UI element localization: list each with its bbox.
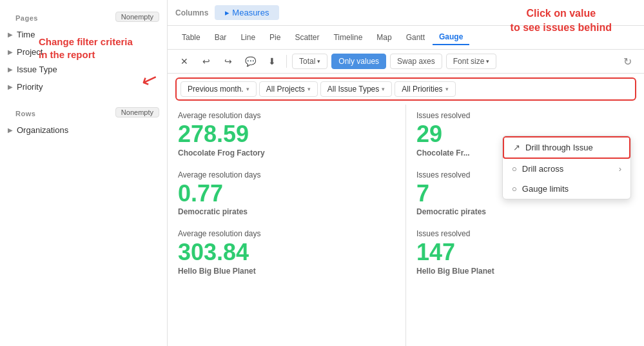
- filter-projects-label: All Projects: [266, 85, 305, 94]
- drill-through-issue-item[interactable]: ↗ Drill through Issue: [503, 136, 630, 159]
- only-values-button[interactable]: Only values: [331, 54, 386, 69]
- swap-axes-button[interactable]: Swap axes: [390, 54, 442, 69]
- filter-issue-types-caret-icon: ▾: [382, 86, 385, 92]
- tab-bar[interactable]: Bar: [208, 30, 233, 45]
- refresh-icon[interactable]: ↻: [618, 52, 636, 70]
- filter-priorities[interactable]: All Priorities ▾: [395, 81, 455, 97]
- drill-across-label: Drill across: [522, 164, 563, 174]
- metric-subtitle-r2: Hello Big Blue Planet: [416, 267, 634, 276]
- sidebar-time-label: Time: [17, 30, 35, 39]
- metric-value-r2[interactable]: 147: [416, 239, 634, 265]
- issue-type-chevron-icon: ▶: [8, 66, 13, 73]
- drill-through-label: Drill through Issue: [525, 143, 593, 152]
- crosshair-icon[interactable]: ✕: [175, 52, 193, 70]
- metric-label-0: Average resolution days: [178, 111, 395, 120]
- sidebar-organizations-label: Organizations: [17, 125, 68, 135]
- metric-value-1[interactable]: 0.77: [178, 181, 395, 207]
- tab-pie[interactable]: Pie: [263, 30, 287, 45]
- filter-bar: Previous month. ▾ All Projects ▾ All Iss…: [177, 79, 635, 99]
- priority-chevron-icon: ▶: [8, 83, 13, 90]
- gauge-limits-item[interactable]: ○ Gauge limits: [503, 179, 630, 199]
- tab-map[interactable]: Map: [370, 30, 398, 45]
- filter-priorities-caret-icon: ▾: [445, 86, 449, 92]
- undo-icon[interactable]: ↩: [197, 52, 215, 70]
- tab-gantt[interactable]: Gantt: [400, 30, 431, 45]
- font-size-button[interactable]: Font size ▾: [446, 54, 497, 69]
- total-button[interactable]: Total ▾: [292, 54, 327, 69]
- time-chevron-icon: ▶: [8, 31, 13, 38]
- sidebar: Pages Nonempty ▶ Time ▶ Project ▶ Issue …: [0, 0, 168, 346]
- filter-issue-types-label: All Issue Types: [327, 85, 379, 94]
- metric-label-1: Average resolution days: [178, 170, 395, 179]
- tab-table[interactable]: Table: [175, 30, 207, 45]
- redo-icon[interactable]: ↪: [219, 52, 237, 70]
- filter-period-label: Previous month.: [188, 85, 244, 94]
- comment-icon[interactable]: 💬: [241, 52, 259, 70]
- measures-label: Measures: [232, 8, 269, 17]
- metric-block-r2: Issues resolved 147 Hello Big Blue Plane…: [416, 229, 634, 276]
- filter-projects-caret-icon: ▾: [307, 86, 311, 92]
- metric-subtitle-2: Hello Big Blue Planet: [178, 267, 395, 276]
- rows-nonempty-badge[interactable]: Nonempty: [115, 107, 159, 117]
- filter-period[interactable]: Previous month. ▾: [181, 81, 257, 97]
- total-caret-icon: ▾: [317, 58, 320, 65]
- annotation-left-text: Change filter criteria in the report: [39, 36, 133, 61]
- measures-arrow-icon: ▸: [225, 8, 229, 17]
- sidebar-rows-section: Rows Nonempty: [0, 102, 167, 121]
- metric-block-1: Average resolution days 0.77 Democratic …: [178, 170, 395, 217]
- sidebar-issue-type-label: Issue Type: [17, 65, 57, 74]
- filter-issue-types[interactable]: All Issue Types ▾: [320, 81, 392, 97]
- organizations-chevron-icon: ▶: [8, 127, 13, 134]
- font-size-caret-icon: ▾: [486, 58, 489, 65]
- metric-label-r2: Issues resolved: [416, 229, 634, 238]
- metric-value-0[interactable]: 278.59: [178, 121, 395, 147]
- measures-pill[interactable]: ▸ Measures: [215, 5, 279, 20]
- annotation-right: Click on value to see issues behind: [511, 6, 612, 36]
- metric-subtitle-1: Democratic pirates: [178, 207, 395, 216]
- tab-line[interactable]: Line: [234, 30, 262, 45]
- annotation-right-text: Click on value to see issues behind: [511, 6, 612, 36]
- sidebar-priority-label: Priority: [17, 82, 43, 92]
- left-data-column: Average resolution days 278.59 Chocolate…: [168, 105, 405, 346]
- pages-nonempty-badge[interactable]: Nonempty: [115, 12, 159, 22]
- drill-through-icon: ↗: [513, 143, 520, 152]
- main-content: Click on value to see issues behind Colu…: [168, 0, 644, 346]
- drill-across-item[interactable]: ○ Drill across ›: [503, 159, 630, 179]
- metric-block-0: Average resolution days 278.59 Chocolate…: [178, 111, 395, 158]
- metric-value-2[interactable]: 303.84: [178, 239, 395, 265]
- tab-gauge[interactable]: Gauge: [433, 30, 469, 45]
- filter-projects[interactable]: All Projects ▾: [259, 81, 318, 97]
- drill-across-arrow-icon: ›: [619, 164, 621, 174]
- download-icon[interactable]: ⬇: [263, 52, 281, 70]
- filter-priorities-label: All Priorities: [402, 85, 442, 94]
- metric-block-2: Average resolution days 303.84 Hello Big…: [178, 229, 395, 276]
- gauge-limits-icon: ○: [512, 184, 517, 194]
- annotation-left: Change filter criteria in the report ↙: [39, 36, 133, 61]
- filter-bar-wrapper: Previous month. ▾ All Projects ▾ All Iss…: [175, 77, 636, 101]
- sidebar-item-organizations[interactable]: ▶ Organizations: [0, 121, 167, 139]
- gauge-limits-label: Gauge limits: [522, 184, 569, 194]
- metric-label-r0: Issues resolved: [416, 111, 634, 120]
- filter-period-caret-icon: ▾: [246, 86, 249, 92]
- pages-label: Pages: [8, 10, 46, 23]
- sidebar-pages-section: Pages Nonempty: [0, 6, 167, 26]
- drill-across-icon: ○: [512, 164, 517, 174]
- metric-subtitle-0: Chocolate Frog Factory: [178, 148, 395, 158]
- toolbar: ✕ ↩ ↪ 💬 ⬇ Total ▾ Only values Swap axes …: [168, 50, 644, 74]
- toolbar-separator-1: [286, 55, 287, 68]
- tab-scatter[interactable]: Scatter: [288, 30, 326, 45]
- metric-label-2: Average resolution days: [178, 229, 395, 238]
- rows-label: Rows: [8, 106, 43, 119]
- metric-subtitle-r1: Democratic pirates: [416, 207, 634, 216]
- tab-timeline[interactable]: Timeline: [327, 30, 369, 45]
- context-menu: ↗ Drill through Issue ○ Drill across › ○…: [502, 136, 631, 199]
- project-chevron-icon: ▶: [8, 48, 13, 56]
- columns-label: Columns: [175, 8, 208, 17]
